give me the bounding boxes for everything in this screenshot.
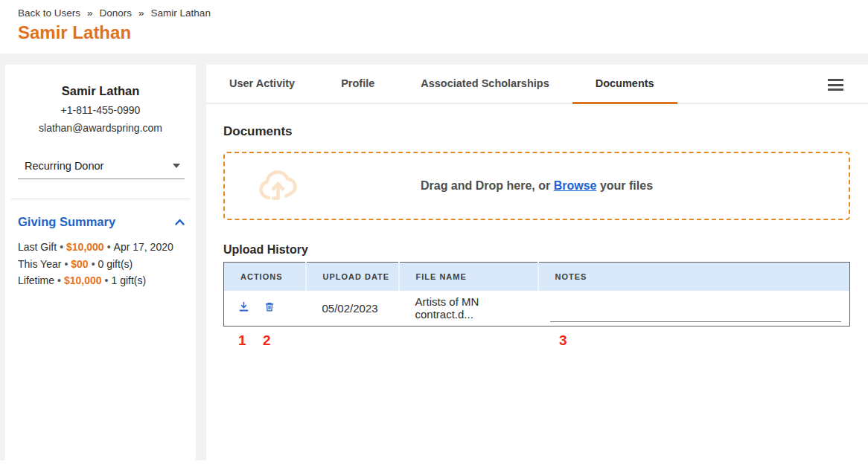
documents-heading: Documents — [223, 124, 850, 139]
download-icon — [237, 300, 250, 313]
upload-history-heading: Upload History — [223, 243, 850, 257]
giving-summary-row: This Year•$00•0 gift(s) — [18, 256, 188, 273]
column-header-notes: NOTES — [538, 263, 850, 291]
gs-row-detail: 1 gift(s) — [111, 274, 146, 286]
browse-link[interactable]: Browse — [554, 179, 597, 192]
file-name-cell: Artists of MN contract.d... — [399, 291, 538, 327]
column-header-actions: ACTIONS — [224, 263, 306, 291]
bullet: • — [107, 241, 111, 253]
giving-summary-row: Last Gift•$10,000•Apr 17, 2020 — [18, 239, 188, 256]
cloud-upload-icon — [257, 165, 299, 208]
gs-row-detail: 0 gift(s) — [98, 258, 133, 270]
download-button[interactable] — [237, 300, 250, 315]
breadcrumb-back-to-users[interactable]: Back to Users — [18, 7, 80, 19]
chevron-up-icon[interactable] — [175, 219, 185, 225]
donor-type-value: Recurring Donor — [25, 160, 103, 172]
donor-phone: +1-811-455-0990 — [5, 104, 196, 116]
page-title: Samir Lathan — [18, 22, 868, 43]
column-header-file-name: FILE NAME — [399, 263, 538, 291]
bullet: • — [64, 258, 68, 270]
giving-summary-title: Giving Summary — [18, 215, 115, 229]
breadcrumb-current: Samir Lathan — [151, 7, 211, 19]
bullet: • — [92, 258, 95, 270]
gs-row-label: Last Gift — [18, 241, 57, 253]
giving-summary-row: Lifetime•$10,000•1 gift(s) — [18, 272, 188, 289]
main-panel: User Activity Profile Associated Scholar… — [206, 65, 868, 476]
bullet: • — [60, 241, 63, 253]
sidebar-divider — [11, 199, 190, 199]
column-header-upload-date: UPLOAD DATE — [306, 263, 399, 291]
chevron-down-icon — [173, 164, 180, 168]
delete-button[interactable] — [264, 300, 275, 315]
tab-associated-scholarships[interactable]: Associated Scholarships — [398, 65, 572, 104]
breadcrumb: Back to Users » Donors » Samir Lathan — [18, 7, 868, 19]
gs-row-amount: $00 — [71, 258, 88, 270]
tab-documents[interactable]: Documents — [572, 65, 677, 104]
documents-panel: Documents Drag and Drop here, or Browse … — [206, 124, 868, 354]
breadcrumb-separator: » — [87, 7, 93, 19]
gs-row-label: Lifetime — [18, 274, 54, 286]
annotation-2: 2 — [263, 332, 271, 349]
gs-row-amount: $10,000 — [66, 241, 104, 253]
trash-icon — [264, 300, 275, 313]
table-header-row: ACTIONS UPLOAD DATE FILE NAME NOTES — [224, 263, 850, 291]
donor-name: Samir Lathan — [5, 84, 196, 98]
tab-profile[interactable]: Profile — [318, 65, 398, 104]
actions-cell — [224, 291, 306, 327]
gs-row-label: This Year — [18, 258, 61, 270]
notes-cell — [538, 291, 850, 327]
hamburger-menu-icon[interactable] — [828, 79, 843, 94]
donor-summary-card: Samir Lathan +1-811-455-0990 slathan@awa… — [5, 65, 196, 460]
gs-row-amount: $10,000 — [64, 274, 102, 286]
upload-history-table: ACTIONS UPLOAD DATE FILE NAME NOTES — [223, 262, 850, 327]
tab-user-activity[interactable]: User Activity — [206, 65, 318, 104]
giving-summary-header: Giving Summary — [18, 215, 185, 229]
annotation-1: 1 — [238, 332, 246, 349]
tab-bar: User Activity Profile Associated Scholar… — [206, 65, 868, 104]
breadcrumb-donors[interactable]: Donors — [100, 7, 133, 19]
upload-date-cell: 05/02/2023 — [306, 291, 399, 327]
page-header: Back to Users » Donors » Samir Lathan Sa… — [0, 0, 868, 54]
dropzone-text-before: Drag and Drop here, or — [421, 179, 554, 192]
table-row: 05/02/2023 Artists of MN contract.d... — [224, 291, 850, 327]
donor-email: slathan@awardspring.com — [5, 122, 196, 134]
giving-summary-rows: Last Gift•$10,000•Apr 17, 2020 This Year… — [18, 239, 188, 289]
annotation-3: 3 — [559, 332, 567, 349]
file-dropzone[interactable]: Drag and Drop here, or Browse your files — [223, 152, 850, 220]
bullet: • — [105, 274, 109, 286]
dropzone-text-after: your files — [596, 179, 653, 192]
notes-input[interactable] — [550, 304, 842, 322]
donor-type-select[interactable]: Recurring Donor — [18, 160, 185, 179]
annotation-labels: 1 2 3 — [223, 330, 850, 354]
content-area: Samir Lathan +1-811-455-0990 slathan@awa… — [0, 54, 868, 460]
breadcrumb-separator: » — [138, 7, 144, 19]
dropzone-text: Drag and Drop here, or Browse your files — [421, 179, 653, 193]
bullet: • — [57, 274, 61, 286]
gs-row-detail: Apr 17, 2020 — [114, 241, 173, 253]
